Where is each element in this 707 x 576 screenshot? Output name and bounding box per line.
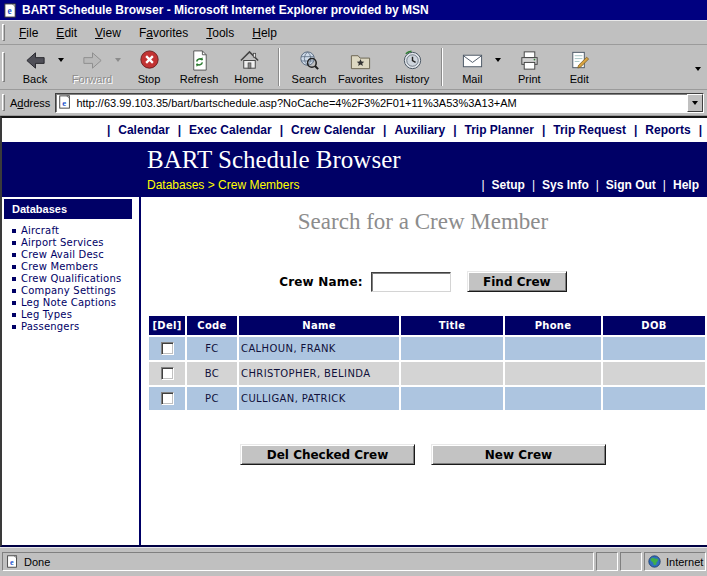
address-label: Address <box>10 97 50 109</box>
back-dropdown-arrow[interactable] <box>58 58 64 62</box>
security-zone-pane: Internet <box>644 552 706 571</box>
col-header-del: [Del] <box>149 316 185 335</box>
crew-title <box>401 337 503 360</box>
window-title: BART Schedule Browser - Microsoft Intern… <box>22 3 429 17</box>
menu-view[interactable]: View <box>86 23 130 43</box>
sidebar-item-crew-members[interactable]: Crew Members <box>2 261 132 273</box>
refresh-icon <box>188 49 211 72</box>
crew-table-header-row: [Del] Code Name Title Phone DOB <box>149 316 705 335</box>
sidebar-item-crew-avail-desc[interactable]: Crew Avail Desc <box>2 249 132 261</box>
content-area: Databases Aircraft Airport Services Crew… <box>2 197 707 545</box>
crew-title <box>401 387 503 410</box>
nav-auxiliary[interactable]: Auxiliary <box>394 123 445 137</box>
row-delete-checkbox[interactable] <box>161 342 174 355</box>
addressbar-grip[interactable] <box>2 94 5 112</box>
refresh-button[interactable]: Refresh <box>174 47 224 88</box>
top-nav: | Calendar | Exec Calendar | Crew Calend… <box>2 118 707 142</box>
stop-button[interactable]: Stop <box>124 47 174 88</box>
nav-trip-planner[interactable]: Trip Planner <box>465 123 534 137</box>
sidebar-item-airport-services[interactable]: Airport Services <box>2 237 132 249</box>
col-header-title: Title <box>401 316 503 335</box>
title-bar[interactable]: e BART Schedule Browser - Microsoft Inte… <box>0 0 707 20</box>
stop-icon <box>138 49 161 72</box>
print-button[interactable]: Print <box>504 47 554 88</box>
menu-tools[interactable]: Tools <box>197 23 243 43</box>
status-bar: e Done Internet <box>0 547 707 576</box>
status-pane-empty <box>596 552 618 571</box>
crew-name: CALHOUN, FRANK <box>239 337 399 360</box>
forward-dropdown-arrow[interactable] <box>115 58 121 62</box>
back-button[interactable]: Back <box>10 47 60 88</box>
col-header-phone: Phone <box>505 316 601 335</box>
address-field[interactable]: e http://63.99.103.35/bart/bartschedule.… <box>55 93 704 113</box>
crew-row: BC CHRISTOPHER, BELINDA <box>149 362 705 385</box>
ie-page-icon: e <box>3 3 18 18</box>
address-page-icon: e <box>58 95 73 110</box>
crew-code: PC <box>187 387 237 410</box>
mail-icon <box>461 49 484 72</box>
nav-reports[interactable]: Reports <box>645 123 690 137</box>
zone-text: Internet <box>666 556 703 568</box>
home-button[interactable]: Home <box>224 47 274 88</box>
address-input[interactable]: http://63.99.103.35/bart/bartschedule.as… <box>76 97 687 109</box>
menubar-grip[interactable] <box>2 24 5 40</box>
home-icon <box>238 49 261 72</box>
history-button[interactable]: History <box>387 47 437 88</box>
link-setup[interactable]: Setup <box>492 178 525 192</box>
sidebar-item-company-settings[interactable]: Company Settings <box>2 285 132 297</box>
crew-name: CULLIGAN, PATRICK <box>239 387 399 410</box>
browser-viewport: | Calendar | Exec Calendar | Crew Calend… <box>0 116 707 547</box>
crew-name-input[interactable] <box>371 272 451 292</box>
svg-text:e: e <box>63 98 67 108</box>
toolbar-grip[interactable] <box>2 52 5 83</box>
menu-favorites[interactable]: Favorites <box>130 23 197 43</box>
menu-edit[interactable]: Edit <box>47 23 86 43</box>
status-page-icon: e <box>6 555 20 569</box>
sidebar-item-leg-note-captions[interactable]: Leg Note Captions <box>2 297 132 309</box>
sidebar-title: Databases <box>4 199 132 219</box>
crew-phone <box>505 337 601 360</box>
nav-calendar[interactable]: Calendar <box>118 123 169 137</box>
crew-code: BC <box>187 362 237 385</box>
sidebar-item-aircraft[interactable]: Aircraft <box>2 225 132 237</box>
main-panel: Search for a Crew Member Crew Name: Find… <box>139 197 707 545</box>
history-icon <box>401 49 424 72</box>
nav-crew-calendar[interactable]: Crew Calendar <box>291 123 375 137</box>
breadcrumb: Databases > Crew Members <box>147 178 299 192</box>
sidebar-item-passengers[interactable]: Passengers <box>2 321 132 333</box>
menu-help[interactable]: Help <box>243 23 286 43</box>
mail-button[interactable]: Mail <box>447 47 497 88</box>
row-delete-checkbox[interactable] <box>161 367 174 380</box>
favorites-icon <box>349 49 372 72</box>
crew-dob <box>603 362 705 385</box>
address-dropdown-button[interactable] <box>687 94 703 112</box>
crew-name: CHRISTOPHER, BELINDA <box>239 362 399 385</box>
favorites-button[interactable]: Favorites <box>334 47 387 88</box>
new-crew-button[interactable]: New Crew <box>431 444 606 465</box>
del-checked-crew-button[interactable]: Del Checked Crew <box>240 444 415 465</box>
sidebar-item-leg-types[interactable]: Leg Types <box>2 309 132 321</box>
edit-button[interactable]: Edit <box>554 47 604 88</box>
forward-button[interactable]: Forward <box>67 47 117 88</box>
sidebar-divider <box>139 197 141 545</box>
row-delete-checkbox[interactable] <box>161 392 174 405</box>
crew-search-form: Crew Name: Find Crew <box>279 271 567 292</box>
sidebar-item-crew-qualifications[interactable]: Crew Qualifications <box>2 273 132 285</box>
nav-exec-calendar[interactable]: Exec Calendar <box>189 123 272 137</box>
status-text: Done <box>24 556 50 568</box>
toolbar-separator <box>278 48 280 86</box>
link-sys-info[interactable]: Sys Info <box>542 178 589 192</box>
svg-text:e: e <box>10 557 14 566</box>
toolbar-overflow-chevron[interactable] <box>695 67 701 71</box>
nav-trip-request[interactable]: Trip Request <box>553 123 626 137</box>
status-pane: e Done <box>2 552 594 571</box>
table-actions: Del Checked Crew New Crew <box>240 444 606 465</box>
link-sign-out[interactable]: Sign Out <box>606 178 656 192</box>
menu-file[interactable]: File <box>10 23 47 43</box>
search-button[interactable]: Search <box>284 47 334 88</box>
browser-window: e BART Schedule Browser - Microsoft Inte… <box>0 0 707 576</box>
find-crew-button[interactable]: Find Crew <box>467 271 567 292</box>
col-header-dob: DOB <box>603 316 705 335</box>
link-help[interactable]: Help <box>673 178 699 192</box>
mail-dropdown-arrow[interactable] <box>495 58 501 62</box>
